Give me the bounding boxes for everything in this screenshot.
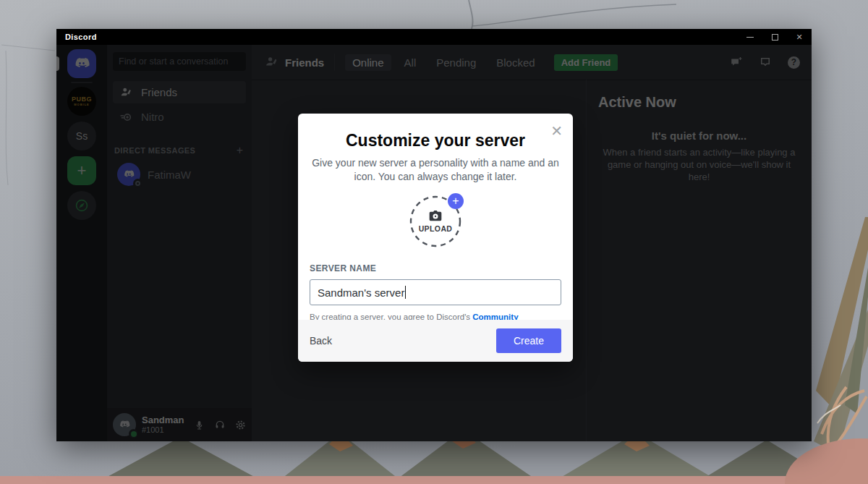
back-button[interactable]: Back: [310, 335, 332, 347]
upload-label: UPLOAD: [419, 224, 453, 233]
close-window-button[interactable]: ✕: [794, 32, 804, 42]
maximize-button[interactable]: [770, 32, 780, 42]
add-image-badge[interactable]: +: [448, 193, 464, 209]
customize-server-modal: ✕ Customize your server Give your new se…: [298, 114, 573, 362]
server-name-input[interactable]: Sandman's server: [310, 279, 561, 305]
minimize-icon: [746, 37, 754, 38]
modal-title: Customize your server: [298, 131, 573, 150]
window-controls: ✕: [745, 32, 804, 42]
minimize-button[interactable]: [745, 32, 755, 42]
modal-footer: Back Create: [298, 320, 573, 362]
server-name-value: Sandman's server: [318, 286, 404, 299]
window-title: Discord: [65, 33, 97, 41]
create-button[interactable]: Create: [496, 328, 561, 353]
server-name-label: SERVER NAME: [310, 263, 561, 273]
upload-icon-button[interactable]: UPLOAD +: [409, 195, 461, 247]
camera-icon: [428, 210, 443, 223]
window-titlebar: Discord ✕: [56, 29, 812, 45]
discord-window: Discord ✕ PUBG MOBILE Ss: [56, 29, 812, 441]
text-caret: [405, 286, 406, 299]
maximize-icon: [772, 34, 778, 41]
close-icon[interactable]: ✕: [550, 124, 563, 138]
modal-description: Give your new server a personality with …: [309, 156, 562, 184]
